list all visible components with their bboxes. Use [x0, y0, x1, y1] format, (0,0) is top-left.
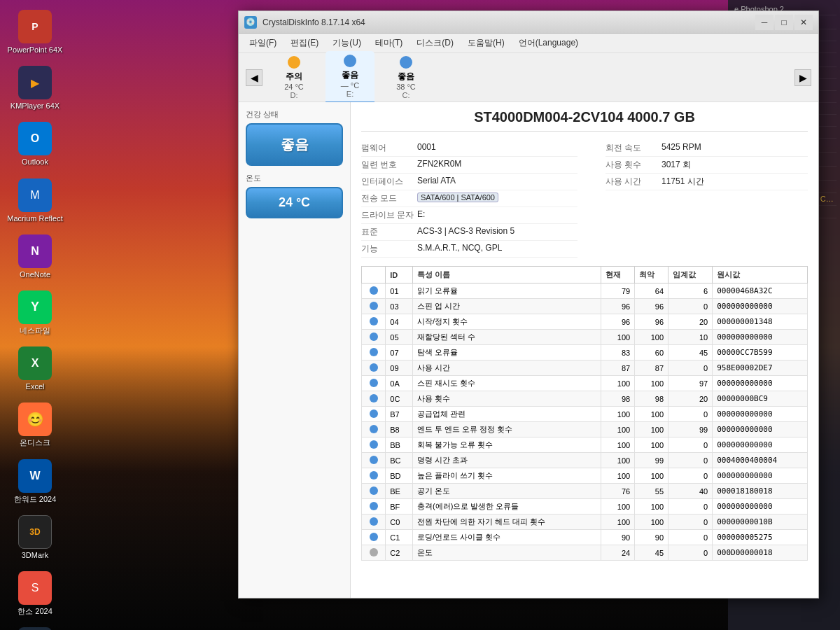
smart-id: B8 — [386, 422, 413, 438]
drive-tab-e[interactable]: 좋음 — °C E: — [326, 51, 374, 104]
smart-id: 0C — [386, 391, 413, 407]
word-icon: W — [18, 459, 52, 493]
smart-worst: 100 — [635, 468, 668, 484]
smart-worst: 100 — [635, 499, 668, 514]
smart-id: 0A — [386, 376, 413, 391]
smart-name: 전원 차단에 의한 자기 헤드 대피 횟수 — [413, 514, 601, 530]
desktop-icon-excel[interactable]: X Excel — [4, 344, 66, 394]
drive-d-letter: D: — [290, 91, 298, 99]
smart-name: 온도 — [413, 545, 601, 561]
usetime-value: 11751 시간 — [662, 176, 704, 188]
smart-raw: 000000000000 — [713, 407, 808, 422]
minimize-button[interactable]: ─ — [755, 15, 774, 30]
smart-raw: 000000000000 — [713, 422, 808, 438]
smart-raw: 000000000000 — [713, 468, 808, 484]
drive-c-status-dot — [400, 56, 412, 69]
next-drive-button[interactable]: ▶ — [794, 69, 811, 86]
menu-disk[interactable]: 디스크(D) — [410, 34, 461, 52]
smart-dot-cell — [362, 284, 386, 299]
smart-raw: 000000000000 — [713, 438, 808, 453]
desktop-icon-3dmark[interactable]: 3D 3DMark — [4, 512, 66, 563]
desktop-icon-naver[interactable]: Y 네스파일 — [4, 288, 66, 338]
smart-name: 명령 시간 초과 — [413, 453, 601, 468]
drive-tab-c[interactable]: 좋음 38 °C C: — [382, 52, 430, 103]
smart-table-row: C0 전원 차단에 의한 자기 헤드 대피 횟수 100 100 0 00000… — [362, 514, 808, 530]
menu-file[interactable]: 파일(F) — [242, 34, 284, 52]
menu-language[interactable]: 언어(Language) — [512, 34, 585, 52]
prev-drive-button[interactable]: ◀ — [246, 69, 262, 86]
smart-raw: 000000000000 — [713, 299, 808, 314]
smart-name: 스핀 업 시간 — [413, 299, 601, 314]
smart-threshold: 0 — [668, 453, 713, 468]
smart-table-row: B8 엔드 투 엔드 오류 정정 횟수 100 100 99 000000000… — [362, 422, 808, 438]
maximize-button[interactable]: □ — [775, 15, 793, 30]
desktop-icon-onenote[interactable]: N OneNote — [4, 232, 66, 282]
smart-current: 90 — [601, 530, 635, 545]
smart-table-row: 07 탐색 오류율 83 60 45 00000CC7B599 — [362, 345, 808, 360]
smart-dot-cell — [362, 330, 386, 345]
menu-help[interactable]: 도움말(H) — [461, 34, 512, 52]
smart-worst: 100 — [635, 407, 668, 422]
col-threshold: 임계값 — [668, 267, 713, 284]
desktop-icon-powerpoint[interactable]: P PowerPoint 64X — [4, 7, 66, 57]
desktop-icon-word[interactable]: W 한워드 2024 — [4, 456, 66, 507]
left-panel: 건강 상태 좋음 온도 24 °C — [239, 102, 351, 598]
menu-theme[interactable]: 테마(T) — [368, 34, 410, 52]
smart-dot-cell — [362, 468, 386, 484]
drive-d-status-dot — [288, 56, 300, 69]
onenote-label: OneNote — [20, 270, 50, 279]
smart-dot-cell — [362, 407, 386, 422]
health-badge: 좋음 — [246, 123, 343, 166]
drive-title: ST4000DM004-2CV104 4000.7 GB — [361, 109, 808, 132]
smart-current: 100 — [601, 453, 635, 468]
smart-raw: 0004000400004 — [713, 453, 808, 468]
desktop-icon-macrium[interactable]: M Macrium Reflect — [4, 176, 66, 226]
smart-table-row: 09 사용 시간 87 87 0 958E00002DE7 — [362, 360, 808, 376]
desktop-icon-ondisk[interactable]: 😊 온디스크 — [4, 400, 66, 450]
smart-id: 03 — [386, 299, 413, 314]
smart-table-row: 05 재할당된 섹터 수 100 100 10 000000000000 — [362, 330, 808, 345]
drive-tab-d[interactable]: 주의 24 °C D: — [270, 52, 318, 103]
smart-dot-cell — [362, 453, 386, 468]
interface-label: 인터페이스 — [361, 176, 417, 188]
smart-current: 83 — [601, 345, 635, 360]
close-button[interactable]: ✕ — [794, 15, 813, 30]
smart-name: 사용 횟수 — [413, 391, 601, 407]
smart-threshold: 10 — [668, 330, 713, 345]
macrium-icon: M — [18, 178, 52, 212]
menu-function[interactable]: 기능(U) — [326, 34, 368, 52]
smart-worst: 55 — [635, 484, 668, 499]
smart-table-row: BB 회복 불가능 오류 횟수 100 100 0 000000000000 — [362, 438, 808, 453]
window-controls: ─ □ ✕ — [755, 15, 813, 30]
smart-worst: 100 — [635, 376, 668, 391]
smart-current: 100 — [601, 330, 635, 345]
desktop-icon-hanso[interactable]: S 한소 2024 — [4, 568, 66, 619]
naver-label: 네스파일 — [20, 326, 50, 335]
serial-label: 일련 번호 — [361, 159, 417, 171]
menu-edit[interactable]: 편집(E) — [284, 34, 326, 52]
window-titlebar[interactable]: 💿 CrystalDiskInfo 8.17.14 x64 ─ □ ✕ — [239, 11, 818, 34]
word-label: 한워드 2024 — [14, 495, 57, 504]
app-icon: 💿 — [244, 16, 257, 29]
desktop-icon-outlook[interactable]: O Outlook — [4, 119, 66, 169]
smart-current: 79 — [601, 284, 635, 299]
smart-threshold: 0 — [668, 530, 713, 545]
drive-e-letter: E: — [346, 90, 354, 98]
smart-dot-cell — [362, 514, 386, 530]
col-indicator — [362, 267, 386, 284]
smart-raw: 000000000000 — [713, 376, 808, 391]
smart-dot-cell — [362, 299, 386, 314]
desktop-icon-steam[interactable]: ⚙ Steam — [4, 624, 66, 630]
smart-table-row: 0C 사용 횟수 98 98 20 00000000BC9 — [362, 391, 808, 407]
threedmark-icon: 3D — [18, 515, 52, 549]
smart-dot-cell — [362, 499, 386, 514]
desktop-icon-kmplayer[interactable]: ▶ KMPlayer 64X — [4, 63, 66, 113]
main-content: 건강 상태 좋음 온도 24 °C ST4000DM004-2CV104 400… — [239, 102, 818, 598]
smart-raw: 00000000010B — [713, 514, 808, 530]
info-transfer: 전송 모드 SATA/600 | SATA/600 — [361, 190, 578, 207]
col-name: 특성 이름 — [413, 267, 601, 284]
smart-current: 76 — [601, 484, 635, 499]
smart-worst: 64 — [635, 284, 668, 299]
smart-name: 탐색 오류율 — [413, 345, 601, 360]
smart-table-row: 04 시작/정지 횟수 96 96 20 000000001348 — [362, 314, 808, 330]
